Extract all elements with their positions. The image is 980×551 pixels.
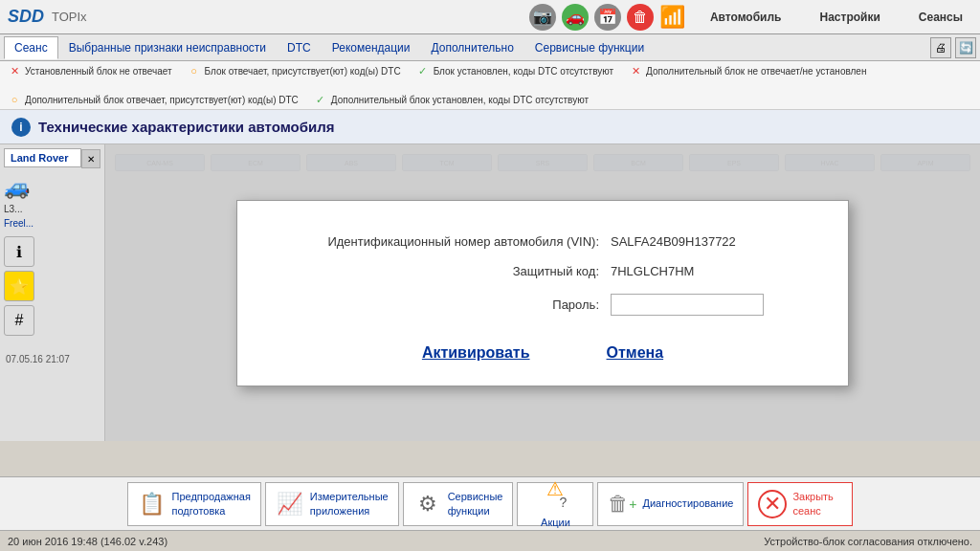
bottom-toolbar: 📋 Предпродажная подготовка 📈 Измерительн…: [0, 476, 980, 530]
zakryt-label: Закрыть сеанс: [792, 490, 833, 518]
sidebar-vehicle-model: Freel...: [4, 216, 100, 231]
aktsii-btn[interactable]: ⚠ ? Акции: [517, 482, 593, 526]
legend-item-1: ✕ Установленный блок не отвечает: [8, 64, 172, 77]
password-label: Пароль:: [285, 298, 611, 312]
legend-item-4: ✕ Дополнительный блок не отвечает/не уст…: [629, 64, 866, 77]
legend-red-cross-icon: ✕: [8, 64, 21, 77]
dialog-actions: Активировать Отмена: [285, 335, 800, 362]
sidebar-vehicle-row: 🚙: [4, 173, 100, 202]
tab-dtc[interactable]: DTC: [277, 36, 322, 59]
diagnostirovanie-label: Диагностирование: [642, 496, 733, 510]
header-right: 📷 🚗 📅 🗑 📶 Автомобиль Настройки Сеансы: [529, 4, 972, 31]
nav-icon-1[interactable]: 🖨: [930, 37, 951, 58]
vin-value: SALFA24B09H137722: [611, 234, 736, 249]
page-title-bar: i Технические характеристики автомобиля: [0, 110, 980, 144]
security-code-value: 7HLGLCH7HM: [611, 264, 694, 278]
legend-bar: ✕ Установленный блок не отвечает ○ Блок …: [0, 61, 980, 110]
legend-green-check-icon: ✓: [416, 64, 430, 77]
nav-nastroyki[interactable]: Настройки: [811, 7, 890, 28]
izmeritelnie-icon: 📈: [276, 490, 304, 518]
nav-avtomobil[interactable]: Автомобиль: [701, 7, 791, 28]
activate-button[interactable]: Активировать: [422, 344, 530, 362]
header-left: SDD TOPIx: [8, 7, 87, 27]
aktsii-question-icon: ?: [560, 495, 568, 510]
predprodazh-btn[interactable]: 📋 Предпродажная подготовка: [127, 482, 261, 526]
sidebar: Land Rover ✕ 🚙 L3... Freel... ℹ ⭐ # 07.0…: [0, 144, 105, 441]
legend-item-3: ✓ Блок установлен, коды DTC отсутствуют: [416, 64, 613, 77]
tab-priznaki[interactable]: Выбранные признаки неисправности: [58, 36, 277, 59]
legend-red-cross-2-icon: ✕: [629, 64, 642, 77]
header: SDD TOPIx 📷 🚗 📅 🗑 📶 Автомобиль Настройки…: [0, 0, 980, 34]
servisnye-label: Сервисные функции: [448, 490, 503, 518]
legend-green-check-2-icon: ✓: [314, 93, 327, 106]
sidebar-date: 07.05.16 21:07: [2, 352, 74, 366]
dialog-vin-row: Идентификационный номер автомобиля (VIN)…: [285, 234, 800, 249]
dialog-password-row: Пароль:: [285, 294, 800, 316]
vehicle-content: CAN-MS ECM ABS TCM SRS BCM EPS HVAC APIM…: [105, 144, 980, 441]
legend-item-6: ✓ Дополнительный блок установлен, коды D…: [314, 93, 589, 106]
dialog-security-row: Защитный код: 7HLGLCH7HM: [285, 264, 800, 278]
calendar-icon[interactable]: 📅: [594, 4, 621, 31]
legend-item-2: ○ Блок отвечает, присутствует(ют) код(ы)…: [188, 64, 401, 77]
topix-logo: TOPIx: [52, 10, 87, 24]
predprodazh-label: Предпродажная подготовка: [172, 490, 251, 518]
zakryt-seans-btn[interactable]: ✕ Закрыть сеанс: [747, 482, 853, 526]
tab-seans[interactable]: Сеанс: [4, 36, 58, 59]
sidebar-close-tab[interactable]: ✕: [81, 149, 100, 168]
wifi-icon: 📶: [659, 5, 685, 30]
servisnye-btn[interactable]: ⚙ Сервисные функции: [403, 482, 514, 526]
activation-dialog: Идентификационный номер автомобиля (VIN)…: [236, 200, 849, 386]
password-input[interactable]: [611, 294, 764, 316]
nav-icon-2[interactable]: 🔄: [955, 37, 976, 58]
cancel-button[interactable]: Отмена: [607, 344, 664, 362]
sidebar-star-icon[interactable]: ⭐: [4, 271, 34, 301]
izmeritelnie-btn[interactable]: 📈 Измерительные приложения: [265, 482, 399, 526]
legend-orange-circle-icon: ○: [188, 64, 201, 77]
car-icon[interactable]: 🚗: [562, 4, 589, 31]
aktsii-label: Акции: [541, 516, 570, 529]
navbar: Сеанс Выбранные признаки неисправности D…: [0, 34, 980, 61]
sidebar-hash-icon[interactable]: #: [4, 305, 34, 336]
nav-icons: 🖨 🔄: [930, 37, 976, 58]
tab-dopolnitelno[interactable]: Дополнительно: [420, 36, 523, 59]
nav-seansy[interactable]: Сеансы: [909, 7, 972, 28]
dialog-overlay: Идентификационный номер автомобиля (VIN)…: [105, 144, 980, 441]
sidebar-info-icon[interactable]: ℹ: [4, 236, 34, 267]
sdd-logo: SDD: [8, 7, 44, 27]
zakryt-icon: ✕: [758, 490, 787, 518]
camera-icon[interactable]: 📷: [529, 4, 556, 31]
delete-icon[interactable]: 🗑: [627, 4, 654, 31]
servisnye-icon: ⚙: [413, 490, 442, 518]
diagnostirovanie-icon: 🗑+: [608, 490, 636, 518]
main-area: Land Rover ✕ 🚙 L3... Freel... ℹ ⭐ # 07.0…: [0, 144, 980, 441]
tab-servisnye[interactable]: Сервисные функции: [524, 36, 655, 59]
sidebar-car-icon: 🚙: [4, 175, 30, 200]
page-title: Технические характеристики автомобиля: [38, 119, 335, 135]
diagnostirovanie-btn[interactable]: 🗑+ Диагностирование: [597, 482, 744, 526]
info-icon: i: [11, 118, 31, 137]
sidebar-vehicle-label: L3...: [4, 202, 100, 216]
status-right: Устройство-блок согласования отключено.: [764, 536, 972, 547]
legend-item-5: ○ Дополнительный блок отвечает, присутст…: [8, 93, 299, 106]
predprodazh-icon: 📋: [138, 490, 167, 518]
status-bar: 20 июн 2016 19:48 (146.02 v.243) Устройс…: [0, 530, 980, 551]
legend-orange-circle-2-icon: ○: [8, 93, 21, 106]
status-left: 20 июн 2016 19:48 (146.02 v.243): [8, 536, 167, 547]
izmeritelnie-label: Измерительные приложения: [310, 490, 389, 518]
sidebar-tab-land-rover[interactable]: Land Rover: [4, 148, 81, 167]
vin-label: Идентификационный номер автомобиля (VIN)…: [285, 234, 611, 249]
security-code-label: Защитный код:: [285, 264, 611, 278]
tab-rekomendatsii[interactable]: Рекомендации: [322, 36, 421, 59]
